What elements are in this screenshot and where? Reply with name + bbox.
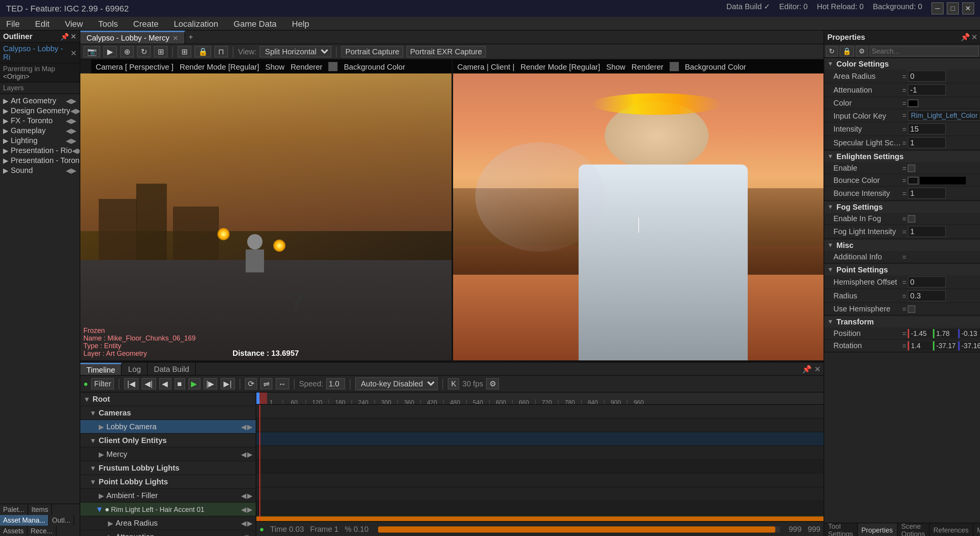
- props-close[interactable]: ✕: [971, 33, 977, 41]
- speed-input[interactable]: [326, 378, 346, 389]
- section-fog-header[interactable]: ▼ Fog Settings: [824, 201, 980, 213]
- timeline-ruler[interactable]: 1 60 120 180 240 300 360 420 480 540 600…: [256, 393, 823, 405]
- background-color-left[interactable]: Background Color: [344, 62, 405, 71]
- timeline-pin[interactable]: 📌: [802, 365, 811, 373]
- camera-label-right[interactable]: Camera | Client |: [457, 62, 514, 71]
- prop-expand[interactable]: =: [902, 189, 907, 197]
- toolbar-grid-icon[interactable]: ⊞: [178, 46, 191, 57]
- viewport-right[interactable]: Camera | Client | Render Mode [Regular] …: [453, 60, 823, 360]
- tab-outlines[interactable]: Outl...: [49, 515, 74, 526]
- tree-item-gameplay[interactable]: ▶ Gameplay ◀▶: [0, 125, 80, 135]
- rp-tab-properties[interactable]: Properties: [858, 523, 897, 536]
- show-button-left[interactable]: Show: [265, 62, 284, 71]
- tab-asset-manager[interactable]: Asset Mana...: [0, 515, 49, 526]
- tab-log[interactable]: Log: [122, 363, 148, 375]
- viewport-right-content[interactable]: [453, 73, 823, 360]
- tab-palette[interactable]: Palet...: [0, 504, 28, 515]
- props-search-input[interactable]: [869, 46, 979, 56]
- tree-item-sound[interactable]: ▶ Sound ◀▶: [0, 165, 80, 175]
- prop-expand[interactable]: =: [902, 329, 907, 337]
- viewport-left-bg[interactable]: ? Frozen Name : Mike_Floor_Chunks_06_169…: [80, 73, 451, 360]
- track-ctrl-vis[interactable]: ◀: [241, 423, 246, 430]
- renderer-button-left[interactable]: Renderer: [290, 62, 322, 71]
- track-lobby-camera[interactable]: ▶ Lobby Camera ◀ ▶: [80, 420, 256, 434]
- rp-tab-materials[interactable]: Materials: [973, 523, 980, 536]
- track-ctrl-1[interactable]: ◀: [241, 519, 246, 527]
- btn-stop[interactable]: ■: [174, 378, 185, 389]
- maximize-button[interactable]: □: [947, 2, 959, 15]
- rp-tab-tool-settings[interactable]: Tool Settings: [824, 523, 858, 536]
- rotation-y[interactable]: [933, 341, 958, 350]
- light-icon-2[interactable]: [273, 239, 285, 251]
- section-misc-header[interactable]: ▼ Misc: [824, 239, 980, 251]
- position-x[interactable]: [908, 329, 933, 338]
- rotation-x[interactable]: [908, 341, 933, 350]
- track-ctrl-2[interactable]: ▶: [247, 492, 253, 499]
- btn-loop[interactable]: ⟳: [245, 378, 257, 389]
- close-button[interactable]: ✕: [962, 2, 974, 15]
- color-swatch[interactable]: [908, 99, 919, 107]
- prop-expand[interactable]: =: [902, 215, 907, 222]
- viewport-right-bg[interactable]: [453, 73, 823, 360]
- tab-assets[interactable]: Assets: [0, 526, 28, 536]
- tab-timeline[interactable]: Timeline: [80, 363, 122, 375]
- menu-gamedata[interactable]: Game Data: [230, 19, 280, 28]
- prop-expand[interactable]: =: [902, 125, 907, 133]
- tree-item-art-geometry[interactable]: ▶ Art Geometry ◀▶: [0, 96, 80, 106]
- track-attenuation[interactable]: ▶ Attenuation ◀ ▶: [80, 530, 256, 536]
- menu-file[interactable]: File: [3, 19, 23, 28]
- attenuation-input[interactable]: [908, 84, 946, 96]
- toolbar-play-icon[interactable]: ▶: [103, 46, 117, 57]
- viewport-tab-calypso[interactable]: Calypso - Lobby - Mercy ✕: [80, 31, 186, 44]
- use-hemisphere-checkbox[interactable]: [908, 305, 916, 313]
- prop-expand[interactable]: =: [902, 228, 907, 235]
- section-enlighten-header[interactable]: ▼ Enlighten Settings: [824, 151, 980, 162]
- btn-step-back[interactable]: ◀|: [142, 378, 156, 389]
- menu-localization[interactable]: Localization: [171, 19, 221, 28]
- btn-step-fwd[interactable]: |▶: [203, 378, 217, 389]
- prop-expand[interactable]: =: [902, 278, 907, 286]
- scene-close[interactable]: ✕: [70, 49, 77, 57]
- renderer-button-right[interactable]: Renderer: [631, 62, 663, 71]
- unknown-prop[interactable]: ?: [288, 285, 305, 318]
- keyframe-row-lobby-camera[interactable]: [256, 432, 823, 446]
- intensity-input[interactable]: [908, 123, 946, 135]
- timeline-record-btn[interactable]: ●: [83, 380, 88, 388]
- track-ambient[interactable]: ▶ Ambient - Filler ◀ ▶: [80, 489, 256, 503]
- track-root[interactable]: ▼ Root: [80, 393, 256, 406]
- render-mode-left[interactable]: Render Mode [Regular]: [179, 62, 259, 71]
- background-swatch-left[interactable]: [329, 62, 338, 71]
- area-radius-input[interactable]: [908, 70, 946, 82]
- prop-expand[interactable]: =: [902, 176, 907, 184]
- prop-expand[interactable]: =: [902, 112, 907, 119]
- tree-item-fx-toronto[interactable]: ▶ FX - Toronto ◀▶: [0, 116, 80, 125]
- btn-bounce[interactable]: ⇌: [260, 378, 272, 389]
- track-ctrl-2[interactable]: ▶: [247, 519, 253, 527]
- position-y[interactable]: [933, 329, 958, 338]
- toolbar-magnet-icon[interactable]: ⊓: [214, 46, 228, 57]
- rp-tab-references[interactable]: References: [929, 523, 973, 536]
- props-lock-btn[interactable]: 🔒: [840, 46, 854, 56]
- btn-key-all[interactable]: K: [448, 378, 459, 389]
- menu-create[interactable]: Create: [130, 19, 161, 28]
- track-ctrl-1[interactable]: ◀: [241, 492, 246, 499]
- hemisphere-offset-input[interactable]: [908, 276, 946, 288]
- track-ctrl-2[interactable]: ▶: [247, 505, 253, 513]
- track-client-only[interactable]: ▼ Client Only Entitys: [80, 434, 256, 448]
- bounce-intensity-input[interactable]: [908, 187, 946, 199]
- portrait-capture-button[interactable]: Portrait Capture: [342, 46, 403, 57]
- prop-expand[interactable]: =: [902, 292, 907, 300]
- color-key-link[interactable]: Rim_Light_Left_Color: [908, 110, 980, 121]
- outliner-pin-button[interactable]: 📌: [60, 33, 69, 40]
- prop-expand[interactable]: =: [902, 72, 907, 80]
- track-frustum[interactable]: ▼ Frustum Lobby Lights: [80, 461, 256, 475]
- props-pin[interactable]: 📌: [960, 33, 970, 41]
- camera-label-left[interactable]: Camera [ Perspective ]: [96, 62, 173, 71]
- prop-expand[interactable]: =: [902, 305, 907, 313]
- auto-key-select[interactable]: Auto-key Disabled Auto-key Enabled: [355, 377, 438, 390]
- prop-expand[interactable]: =: [902, 139, 907, 147]
- track-area-radius[interactable]: ▶ Area Radius ◀ ▶: [80, 516, 256, 530]
- show-button-right[interactable]: Show: [606, 62, 625, 71]
- btn-play[interactable]: ▶: [188, 378, 200, 389]
- portrait-exr-capture-button[interactable]: Portrait EXR Capture: [406, 46, 486, 57]
